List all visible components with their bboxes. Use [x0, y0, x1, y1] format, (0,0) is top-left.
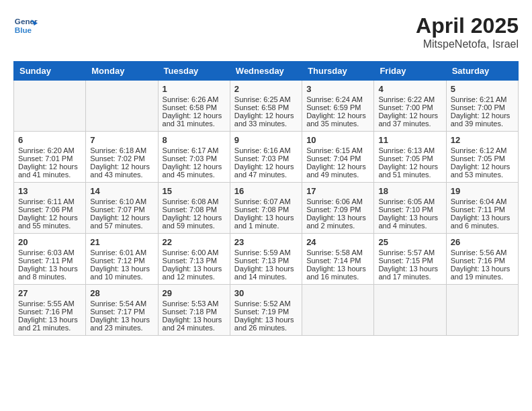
- sunrise-text: Sunrise: 5:55 AM: [18, 300, 81, 308]
- calendar-cell: [86, 81, 158, 132]
- sunset-text: Sunset: 7:10 PM: [378, 205, 441, 214]
- daylight-text: Daylight: 12 hours and 53 minutes.: [451, 163, 514, 179]
- sunset-text: Sunset: 7:06 PM: [18, 205, 81, 214]
- sunset-text: Sunset: 7:01 PM: [18, 154, 81, 163]
- sub-title: MitspeNetofa, Israel: [416, 38, 519, 50]
- sunrise-text: Sunrise: 6:22 AM: [378, 95, 441, 103]
- daylight-text: Daylight: 12 hours and 55 minutes.: [18, 214, 81, 230]
- day-number: 17: [306, 186, 369, 196]
- weekday-header-cell: Wednesday: [230, 62, 302, 81]
- calendar-cell: 20Sunrise: 6:03 AMSunset: 7:11 PMDayligh…: [14, 234, 86, 285]
- daylight-text: Daylight: 13 hours and 14 minutes.: [234, 265, 298, 281]
- sunset-text: Sunset: 7:05 PM: [378, 154, 441, 163]
- logo-icon: General Blue: [13, 13, 38, 38]
- sunset-text: Sunset: 7:16 PM: [451, 257, 514, 265]
- logo: General Blue: [13, 13, 40, 38]
- sunset-text: Sunset: 7:19 PM: [234, 308, 298, 316]
- sunrise-text: Sunrise: 5:54 AM: [90, 300, 153, 308]
- sunset-text: Sunset: 7:09 PM: [306, 205, 369, 214]
- sunset-text: Sunset: 7:04 PM: [306, 154, 369, 163]
- header: General Blue April 2025 MitspeNetofa, Is…: [13, 13, 519, 50]
- weekday-header-cell: Thursday: [302, 62, 374, 81]
- sunrise-text: Sunrise: 6:16 AM: [234, 146, 298, 154]
- calendar-cell: 17Sunrise: 6:06 AMSunset: 7:09 PMDayligh…: [302, 183, 374, 234]
- calendar-cell: 7Sunrise: 6:18 AMSunset: 7:02 PMDaylight…: [86, 132, 158, 183]
- calendar-cell: 4Sunrise: 6:22 AMSunset: 7:00 PMDaylight…: [374, 81, 446, 132]
- calendar-cell: [374, 285, 446, 336]
- daylight-text: Daylight: 13 hours and 10 minutes.: [90, 265, 153, 281]
- sunrise-text: Sunrise: 6:15 AM: [306, 146, 369, 154]
- calendar-cell: 5Sunrise: 6:21 AMSunset: 7:00 PMDaylight…: [446, 81, 518, 132]
- daylight-text: Daylight: 13 hours and 19 minutes.: [451, 265, 514, 281]
- title-area: April 2025 MitspeNetofa, Israel: [416, 13, 519, 50]
- daylight-text: Daylight: 12 hours and 57 minutes.: [90, 214, 153, 230]
- daylight-text: Daylight: 12 hours and 33 minutes.: [234, 111, 298, 128]
- calendar-cell: 1Sunrise: 6:26 AMSunset: 6:58 PMDaylight…: [158, 81, 230, 132]
- daylight-text: Daylight: 13 hours and 1 minute.: [234, 214, 298, 230]
- sunrise-text: Sunrise: 6:18 AM: [90, 146, 153, 154]
- calendar-cell: 27Sunrise: 5:55 AMSunset: 7:16 PMDayligh…: [14, 285, 86, 336]
- daylight-text: Daylight: 13 hours and 2 minutes.: [306, 214, 369, 230]
- sunrise-text: Sunrise: 6:05 AM: [378, 197, 441, 205]
- sunset-text: Sunset: 7:11 PM: [18, 257, 81, 265]
- day-number: 20: [18, 237, 81, 247]
- daylight-text: Daylight: 12 hours and 41 minutes.: [18, 163, 81, 179]
- sunset-text: Sunset: 7:07 PM: [90, 205, 153, 214]
- calendar-cell: 16Sunrise: 6:07 AMSunset: 7:08 PMDayligh…: [230, 183, 302, 234]
- sunset-text: Sunset: 7:16 PM: [18, 308, 81, 316]
- daylight-text: Daylight: 13 hours and 8 minutes.: [18, 265, 81, 281]
- sunset-text: Sunset: 6:58 PM: [163, 103, 226, 111]
- weekday-header-cell: Monday: [86, 62, 158, 81]
- sunrise-text: Sunrise: 5:53 AM: [163, 300, 226, 308]
- calendar-cell: 2Sunrise: 6:25 AMSunset: 6:58 PMDaylight…: [230, 81, 302, 132]
- calendar-cell: 21Sunrise: 6:01 AMSunset: 7:12 PMDayligh…: [86, 234, 158, 285]
- daylight-text: Daylight: 12 hours and 59 minutes.: [163, 214, 226, 230]
- day-number: 2: [234, 84, 298, 94]
- daylight-text: Daylight: 12 hours and 31 minutes.: [163, 111, 226, 128]
- sunrise-text: Sunrise: 6:20 AM: [18, 146, 81, 154]
- calendar-week-row: 1Sunrise: 6:26 AMSunset: 6:58 PMDaylight…: [14, 81, 519, 132]
- sunrise-text: Sunrise: 6:06 AM: [306, 197, 369, 205]
- calendar-cell: 18Sunrise: 6:05 AMSunset: 7:10 PMDayligh…: [374, 183, 446, 234]
- sunset-text: Sunset: 7:15 PM: [378, 257, 441, 265]
- day-number: 13: [18, 186, 81, 196]
- sunrise-text: Sunrise: 5:58 AM: [306, 248, 369, 257]
- daylight-text: Daylight: 13 hours and 24 minutes.: [163, 316, 226, 332]
- sunset-text: Sunset: 7:03 PM: [163, 154, 226, 163]
- calendar-cell: 15Sunrise: 6:08 AMSunset: 7:08 PMDayligh…: [158, 183, 230, 234]
- daylight-text: Daylight: 13 hours and 6 minutes.: [451, 214, 514, 230]
- sunrise-text: Sunrise: 5:52 AM: [234, 300, 298, 308]
- day-number: 28: [90, 288, 153, 298]
- day-number: 5: [451, 84, 514, 94]
- day-number: 7: [90, 135, 153, 145]
- calendar-cell: 12Sunrise: 6:12 AMSunset: 7:05 PMDayligh…: [446, 132, 518, 183]
- day-number: 24: [306, 237, 369, 247]
- calendar-cell: 14Sunrise: 6:10 AMSunset: 7:07 PMDayligh…: [86, 183, 158, 234]
- day-number: 29: [163, 288, 226, 298]
- calendar-cell: 28Sunrise: 5:54 AMSunset: 7:17 PMDayligh…: [86, 285, 158, 336]
- calendar-week-row: 27Sunrise: 5:55 AMSunset: 7:16 PMDayligh…: [14, 285, 519, 336]
- calendar-cell: 11Sunrise: 6:13 AMSunset: 7:05 PMDayligh…: [374, 132, 446, 183]
- sunrise-text: Sunrise: 6:17 AM: [163, 146, 226, 154]
- day-number: 6: [18, 135, 81, 145]
- calendar-cell: 6Sunrise: 6:20 AMSunset: 7:01 PMDaylight…: [14, 132, 86, 183]
- sunrise-text: Sunrise: 6:07 AM: [234, 197, 298, 205]
- sunrise-text: Sunrise: 6:10 AM: [90, 197, 153, 205]
- calendar-cell: 13Sunrise: 6:11 AMSunset: 7:06 PMDayligh…: [14, 183, 86, 234]
- calendar-week-row: 6Sunrise: 6:20 AMSunset: 7:01 PMDaylight…: [14, 132, 519, 183]
- daylight-text: Daylight: 12 hours and 45 minutes.: [163, 163, 226, 179]
- sunrise-text: Sunrise: 5:59 AM: [234, 248, 298, 257]
- calendar-cell: 22Sunrise: 6:00 AMSunset: 7:13 PMDayligh…: [158, 234, 230, 285]
- sunrise-text: Sunrise: 6:26 AM: [163, 95, 226, 103]
- daylight-text: Daylight: 12 hours and 51 minutes.: [378, 163, 441, 179]
- sunset-text: Sunset: 7:17 PM: [90, 308, 153, 316]
- sunrise-text: Sunrise: 5:56 AM: [451, 248, 514, 257]
- sunrise-text: Sunrise: 6:12 AM: [451, 146, 514, 154]
- calendar-cell: 25Sunrise: 5:57 AMSunset: 7:15 PMDayligh…: [374, 234, 446, 285]
- day-number: 12: [451, 135, 514, 145]
- daylight-text: Daylight: 12 hours and 37 minutes.: [378, 111, 441, 128]
- sunset-text: Sunset: 7:05 PM: [451, 154, 514, 163]
- daylight-text: Daylight: 13 hours and 21 minutes.: [18, 316, 81, 332]
- calendar-cell: [14, 81, 86, 132]
- sunset-text: Sunset: 7:18 PM: [163, 308, 226, 316]
